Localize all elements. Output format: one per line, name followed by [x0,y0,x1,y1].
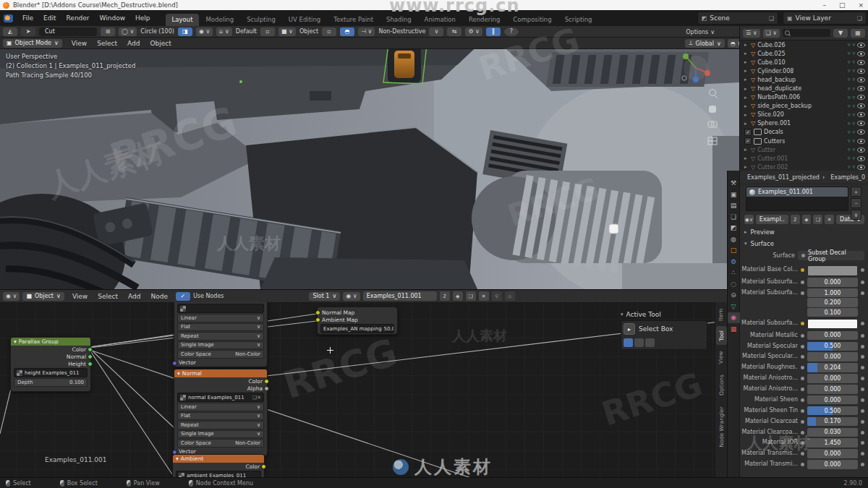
animate-dot-icon[interactable] [861,281,864,284]
blender-logo-icon[interactable] [4,14,13,22]
group-output-color[interactable]: Color [11,346,90,353]
vector-value-field[interactable]: 1.000 [807,288,858,298]
decorator-dot-icon[interactable] [801,345,804,348]
vector-value-field[interactable]: 0.100 [807,308,858,317]
new-material-icon[interactable]: ❏ [813,215,822,224]
animate-dot-icon[interactable] [861,441,864,445]
node-dropdown[interactable]: Linear∨ [177,314,264,322]
node-dropdown[interactable]: Flat∨ [177,412,264,421]
animate-dot-icon[interactable] [861,409,864,413]
node-image-texture-ambient[interactable]: ▾ Ambient Color ambient Examples_011 [172,454,265,478]
decorator-dot-icon[interactable] [801,355,804,359]
node-parallax-group[interactable]: ▾ Parallax Group ColorNormalHeight heigh… [10,337,91,392]
add-slot-button[interactable]: ＋ [851,187,861,197]
close-button[interactable]: × [858,1,864,9]
node-dropdown[interactable]: Repeat∨ [177,332,264,341]
collection-checkbox[interactable]: ✓ [744,129,752,136]
outliner-row[interactable]: ▸▽Cylinder.008▿▿ [740,67,868,75]
outliner-row[interactable]: ▸▽Slice.020▿▿ [740,111,868,119]
lock-icon[interactable]: ⌂ ∨ [216,27,231,36]
decorator-dot-icon[interactable] [801,377,804,380]
mode-subtract-button[interactable] [645,338,655,347]
group-output-normal[interactable]: Normal [11,353,90,360]
property-value-field[interactable]: 0.500 [807,342,858,351]
mode-add-button[interactable] [634,338,644,347]
sidebar-tab-options[interactable]: Options [716,369,727,400]
animate-dot-icon[interactable] [861,377,864,380]
animate-dot-icon[interactable] [861,420,864,424]
expand-icon[interactable]: ▸ [744,155,749,161]
breadcrumb-material[interactable]: Examples_0 [830,174,865,181]
new-material-icon[interactable]: ❏ [466,291,476,301]
properties-tab-render[interactable]: ▣ [728,189,740,200]
visibility-eye-icon[interactable] [857,103,865,108]
pause-icon[interactable]: ‖ [486,27,501,36]
outliner-row[interactable]: ▸▽Sphere.001▿▿ [740,119,868,128]
depth-field[interactable]: Depth 0.100 [14,378,88,387]
grid-icon[interactable]: ⊞ [101,27,115,36]
outliner-row[interactable]: ▸▽Cube.026▿▿ [740,40,868,49]
property-value-field[interactable]: 0.000 [807,395,858,405]
mode-new-button[interactable] [624,338,633,347]
input-socket-icon[interactable] [315,317,320,322]
slot-list[interactable]: Examples_011.001 [746,187,848,211]
decorator-dot-icon[interactable] [801,291,804,295]
outliner-row[interactable]: ✓Cutters▿▿ [740,137,868,145]
decorator-dot-icon[interactable] [801,281,804,284]
property-value-field[interactable]: 0.000 [807,278,858,287]
select-box-tool[interactable]: ▸ Select Box [624,323,705,335]
properties-tab-output[interactable]: ▤ [728,200,740,211]
animate-dot-icon[interactable] [861,431,864,435]
property-value-field[interactable]: 0.000 [807,331,858,341]
alpha-socket-icon[interactable] [264,386,269,391]
extra-icon[interactable]: ▫ [322,27,336,36]
expand-icon[interactable]: ▸ [744,42,749,48]
output-socket-icon[interactable] [88,361,93,367]
mode-selector[interactable]: ▣ Object Mode ∨ [3,39,62,48]
outliner-row[interactable]: ▸▽Cutter.001▿▿ [740,154,868,163]
alpha-output[interactable]: Alpha [174,385,267,392]
node-image-texture-normal[interactable]: ▾ Normal Color Alpha normal Examples_011… [174,369,268,456]
property-value-field[interactable]: 0.000 [807,385,858,394]
node-dropdown[interactable]: Linear∨ [177,403,264,411]
workspace-tab-layout[interactable]: Layout [166,14,200,26]
falloff-label[interactable]: Default [236,28,257,35]
expand-icon[interactable]: ▸ [744,77,749,82]
visibility-eye-icon[interactable] [857,60,865,65]
material-name-field[interactable]: Exampl.. [756,215,788,224]
visibility-eye-icon[interactable] [857,121,865,126]
properties-tab-modifiers[interactable]: ⚙ [728,257,740,267]
input-socket-icon[interactable] [315,310,320,315]
expand-icon[interactable]: ▸ [744,147,749,153]
property-value-field[interactable]: 0.030 [807,428,858,437]
properties-tab-particles[interactable]: ∴ [728,267,740,278]
visibility-eye-icon[interactable] [857,165,865,170]
properties-tab-object[interactable]: □ [728,245,740,256]
outliner-row[interactable]: ▸▽Cube.025▿▿ [740,49,868,58]
node-dropdown[interactable]: Single Image∨ [177,430,264,439]
image-selector[interactable] [177,304,264,313]
animate-dot-icon[interactable] [861,345,864,348]
color-space-row[interactable]: Color Space Non-Color [177,350,264,359]
vector-socket-icon[interactable] [172,361,177,366]
color-space-row[interactable]: Color Space Non-Color [177,439,264,448]
outliner-row[interactable]: ▸▽NurbsPath.006▿▿ [740,93,868,102]
fake-user-shield-icon[interactable]: ◈ [453,291,463,301]
tool-name-field[interactable]: Cut [39,27,97,36]
output-socket-icon[interactable] [88,347,93,352]
sidebar-tab-view[interactable]: View [716,347,727,367]
filter-new-icon[interactable]: ❏ ∨ [763,29,780,38]
animate-dot-icon[interactable] [861,334,864,338]
property-value-field[interactable]: 0.170 [807,417,858,427]
editor-type-icon[interactable]: ◉ ∨ [3,292,20,301]
visibility-eye-icon[interactable] [857,77,865,82]
orientation-selector[interactable]: ⟂ Global ∨ [685,39,725,48]
slot-dropdown[interactable]: Slot 1 ∨ [309,292,340,301]
animate-dot-icon[interactable] [861,463,864,466]
output-socket-icon[interactable] [88,354,93,359]
funnel-filter-icon[interactable]: ▼ [833,29,848,38]
workspace-tab-rendering[interactable]: Rendering [462,14,506,26]
mirror-icon[interactable]: ⇆ [447,27,461,36]
visibility-eye-icon[interactable] [857,156,865,161]
animate-dot-icon[interactable] [861,398,864,402]
